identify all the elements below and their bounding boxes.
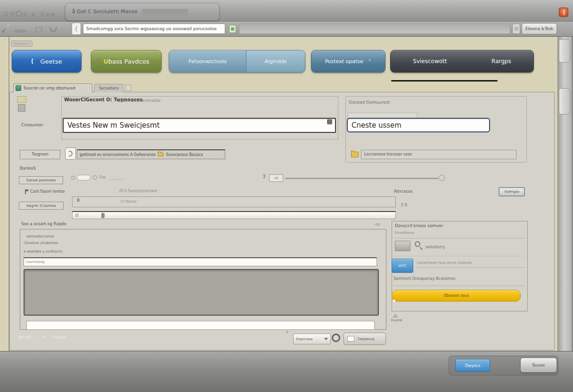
nav-button-algnds[interactable]: Algindds [246, 50, 305, 72]
go-icon-inner [231, 27, 234, 31]
otc-note: Cansertoed How omve tisdtues [417, 261, 472, 265]
document-icon[interactable] [65, 147, 76, 160]
creator-input[interactable] [63, 118, 336, 133]
nav-button-label: Sviescowott [413, 58, 447, 65]
footer-secondary-button[interactable]: Suvoc [520, 358, 557, 373]
window-tab-label: å Got C Sorciuleth Manse [72, 8, 138, 15]
window-control-icon[interactable] [32, 13, 34, 16]
window-control-icon[interactable] [41, 12, 44, 16]
tab-sacsedans[interactable]: Sacsedans [94, 84, 123, 92]
address-bar[interactable] [239, 24, 510, 34]
window-control-icon[interactable] [10, 12, 15, 16]
add-subscription-label: ACd Svoesctsorcwm [119, 189, 157, 193]
nav-button-label: Fetsonwictools [188, 58, 227, 65]
nav-button-group: Fetsonwictools Algindds [169, 50, 305, 73]
window-control-icon[interactable] [46, 13, 49, 16]
three-glyph: 3 [262, 174, 265, 179]
field-corner-icon[interactable] [327, 119, 332, 124]
note-line-2: Cbnobns oicabehos [24, 241, 58, 245]
go-icon[interactable] [229, 25, 236, 33]
large-textarea[interactable] [24, 269, 379, 316]
nav-button-sviecsowott-rags[interactable]: Sviescowott Rargps [390, 50, 534, 73]
yellow-button-dot [393, 300, 395, 302]
disk-icon[interactable] [18, 104, 25, 112]
chevron-up-icon: ^ [368, 59, 372, 64]
otc-button[interactable]: oGTC [392, 259, 413, 273]
six-label: 6 [286, 330, 288, 334]
nav-button-pestet-opatse[interactable]: Postext opatse ^ [311, 50, 385, 73]
left-edge-line [8, 37, 9, 351]
primary-yellow-button[interactable]: Obvaere louo [392, 290, 521, 302]
chevron-down-icon [324, 338, 328, 340]
page-icon[interactable] [512, 24, 520, 34]
ring-icon[interactable] [332, 334, 340, 342]
badge-icon [93, 175, 97, 180]
bagrm-button[interactable]: bagrm 1Csomoa [19, 202, 64, 210]
close-icon [564, 10, 565, 15]
magnifier-handle [420, 247, 423, 250]
small-input[interactable] [24, 257, 377, 266]
bracket-icon[interactable]: ( [72, 23, 81, 35]
footer-primary-button[interactable]: Dwyecs [455, 359, 490, 372]
slider-left-icon [75, 213, 79, 217]
close-button[interactable] [559, 8, 568, 17]
slider-end-icon[interactable] [439, 175, 445, 181]
side-gray-button[interactable] [395, 241, 410, 251]
banks-label: BankaS [20, 166, 36, 171]
note-icon[interactable] [17, 96, 26, 103]
tool-icon[interactable] [35, 27, 42, 32]
five-nine-label: 5 9 [401, 203, 407, 207]
nav-underline [391, 80, 498, 82]
summary-label: Sammort Onoapaniay Bcavomes [393, 277, 455, 281]
scrollbar-thumb[interactable] [559, 39, 570, 63]
rai-field[interactable]: rai [269, 174, 283, 182]
records-button[interactable]: 7eooenus [344, 333, 386, 345]
scrollbar-thumb[interactable] [559, 88, 570, 114]
window-control-icon[interactable] [16, 11, 22, 16]
dropdown-label: Onprcowa [296, 337, 312, 341]
tsegroan-button[interactable]: Tsegroan [20, 150, 60, 159]
folder-icon[interactable] [351, 152, 359, 157]
window-control-icon[interactable] [4, 12, 8, 16]
magnifier-lens [415, 241, 420, 247]
window-control-icon[interactable] [51, 13, 54, 16]
nav-button-feronwtools[interactable]: Fetsonwictools [169, 50, 246, 72]
magnifier-icon [414, 241, 425, 251]
path-bar[interactable]: gottiroot es ersorcesmons A Gefooranse S… [77, 149, 225, 159]
pin-icon-flag [26, 189, 28, 191]
tab-secret[interactable]: Soocrot cer smg ottomured [13, 83, 92, 92]
yellow-button-label: Obvaere louo [443, 294, 469, 298]
horizontal-slider[interactable] [72, 211, 396, 219]
window-tab[interactable]: å Got C Sorciuleth Manse [65, 3, 220, 21]
b-label: B [77, 198, 80, 203]
nav-button-grass-pardos[interactable]: Ubass Pavdcos [91, 50, 162, 73]
general-input[interactable] [347, 118, 490, 132]
tab-label: Soocrot cer smg ottomured [24, 86, 75, 90]
window-control-icon[interactable] [24, 13, 27, 16]
status-dropdown[interactable]: Onprcowa [293, 334, 331, 344]
nav-accent-letter: U [103, 58, 108, 65]
tab-extra-icon[interactable] [125, 85, 131, 91]
store-button[interactable]: Sotroe porerxtes [19, 176, 63, 184]
degree-icon [42, 336, 44, 338]
neg-label: -oo [374, 222, 380, 227]
nav-button-label: bass Pavdcos [108, 58, 149, 65]
manage-button[interactable]: Yadmgae [499, 187, 525, 196]
events-label: Evsmb [391, 318, 402, 322]
search-input[interactable] [83, 24, 225, 34]
top-right-button[interactable]: Eteona b'Bok [522, 23, 557, 34]
note-underline [417, 267, 525, 268]
toggle-pill[interactable] [77, 175, 90, 180]
bottom-input[interactable] [26, 321, 375, 330]
path-text: gottiroot es ersorcesmons A Gefooranse [80, 153, 156, 157]
radio-icon[interactable] [71, 176, 75, 180]
divider [393, 286, 525, 286]
progress-line[interactable] [285, 178, 438, 179]
nav-button-getse[interactable]: Geetse [12, 50, 82, 73]
status-mid: Gagdes [53, 335, 66, 339]
vertical-scrollbar[interactable] [557, 37, 572, 351]
right-path-bar[interactable]: Locrsenese tnsraser soos [361, 150, 516, 159]
konos-label: (?) Konos [120, 199, 137, 204]
slider-thumb[interactable] [101, 213, 105, 218]
side-header: Dovscrd knees somver [395, 223, 443, 228]
